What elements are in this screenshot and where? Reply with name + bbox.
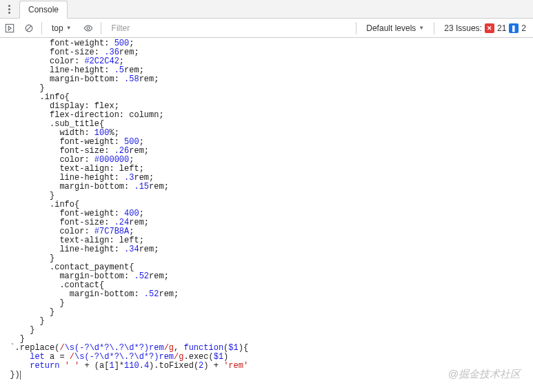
code-line: return ' ' + (a[1]*110.4).toFixed(2) + '… (0, 362, 533, 371)
code-line: margin-bottom: .58rem; (0, 75, 533, 84)
code-line: } (0, 84, 533, 93)
chevron-down-icon: ▼ (66, 25, 72, 31)
console-output[interactable]: font-weight: 500; font-size: .36rem; col… (0, 38, 533, 392)
code-line: margin-bottom: .15rem; (0, 183, 533, 192)
tab-label: Console (28, 5, 59, 14)
code-line: } (0, 299, 533, 308)
context-selector[interactable]: top ▼ (48, 23, 76, 33)
log-levels-selector[interactable]: Default levels ▼ (362, 23, 428, 33)
info-count: 2 (521, 23, 526, 33)
console-toolbar: top ▼ Default levels ▼ 23 Issues: ✕ 21 ❚… (0, 19, 533, 38)
filter-input[interactable] (107, 21, 351, 35)
tab-bar: Console (0, 0, 533, 19)
execute-icon[interactable] (3, 21, 17, 35)
clear-console-icon[interactable] (22, 21, 36, 35)
svg-point-3 (87, 27, 90, 30)
tab-console[interactable]: Console (19, 1, 68, 19)
code-line: } (0, 192, 533, 200)
chevron-down-icon: ▼ (419, 25, 424, 31)
divider (356, 22, 356, 34)
info-badge-icon: ❚ (509, 23, 519, 33)
context-label: top (52, 23, 63, 33)
code-line: } (0, 308, 533, 317)
levels-label: Default levels (366, 23, 416, 33)
issues-label: 23 Issues: (444, 23, 482, 33)
code-line: } (0, 326, 533, 335)
code-line: margin-bottom: .52rem; (0, 290, 533, 299)
code-line: } (0, 317, 533, 326)
eye-icon[interactable] (81, 21, 95, 35)
svg-rect-0 (6, 24, 13, 32)
error-count: 21 (497, 23, 506, 33)
text-cursor (20, 371, 21, 380)
code-line: line-height: .34rem; (0, 245, 533, 254)
svg-line-2 (27, 25, 32, 30)
issues-indicator[interactable]: 23 Issues: ✕ 21 ❚ 2 (440, 23, 530, 33)
error-badge-icon: ✕ (485, 23, 494, 33)
divider (434, 22, 434, 34)
divider (101, 22, 101, 34)
kebab-menu-icon[interactable] (3, 5, 15, 14)
code-line: }) (0, 371, 533, 380)
divider (41, 22, 42, 34)
